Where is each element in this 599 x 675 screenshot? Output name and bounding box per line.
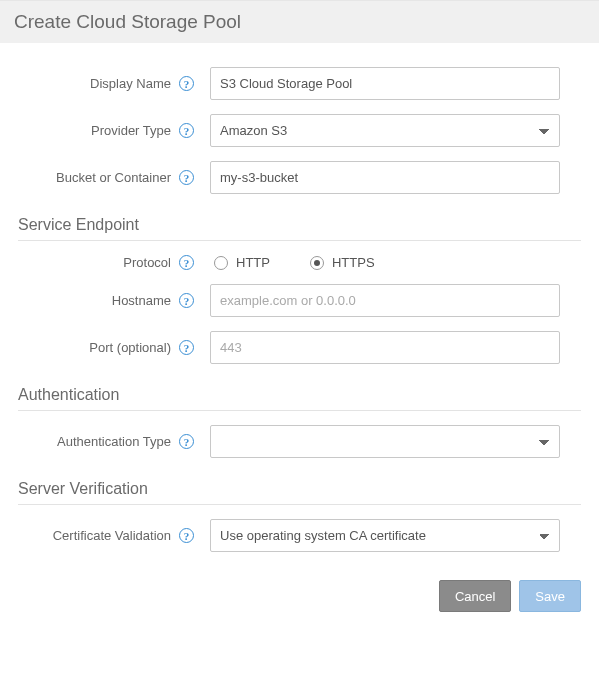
help-icon[interactable]: ? [179,293,194,308]
row-protocol: Protocol ? HTTP HTTPS [18,255,581,270]
save-button[interactable]: Save [519,580,581,612]
help-icon[interactable]: ? [179,123,194,138]
row-port: Port (optional) ? [18,331,581,364]
cert-validation-select[interactable]: Use operating system CA certificate [210,519,560,552]
radio-https-label: HTTPS [332,255,375,270]
label-bucket: Bucket or Container [56,170,171,185]
dialog-header: Create Cloud Storage Pool [0,0,599,43]
row-bucket: Bucket or Container ? [18,161,581,194]
form-area: Display Name ? Provider Type ? Amazon S3… [0,43,599,552]
help-icon[interactable]: ? [179,170,194,185]
help-icon[interactable]: ? [179,528,194,543]
help-icon[interactable]: ? [179,255,194,270]
label-protocol: Protocol [123,255,171,270]
row-cert-validation: Certificate Validation ? Use operating s… [18,519,581,552]
section-title-endpoint: Service Endpoint [18,216,581,234]
display-name-input[interactable] [210,67,560,100]
help-icon[interactable]: ? [179,434,194,449]
row-provider-type: Provider Type ? Amazon S3 [18,114,581,147]
help-icon[interactable]: ? [179,76,194,91]
cancel-button[interactable]: Cancel [439,580,511,612]
radio-icon [310,256,324,270]
row-hostname: Hostname ? [18,284,581,317]
section-title-verify: Server Verification [18,480,581,498]
label-provider-type: Provider Type [91,123,171,138]
label-cert-validation: Certificate Validation [53,528,171,543]
row-display-name: Display Name ? [18,67,581,100]
auth-type-select[interactable] [210,425,560,458]
provider-type-select[interactable]: Amazon S3 [210,114,560,147]
divider [18,504,581,505]
radio-http[interactable]: HTTP [214,255,270,270]
hostname-input[interactable] [210,284,560,317]
bucket-input[interactable] [210,161,560,194]
section-title-auth: Authentication [18,386,581,404]
label-display-name: Display Name [90,76,171,91]
divider [18,240,581,241]
row-auth-type: Authentication Type ? [18,425,581,458]
dialog-footer: Cancel Save [0,566,599,626]
port-input[interactable] [210,331,560,364]
radio-icon [214,256,228,270]
label-hostname: Hostname [112,293,171,308]
label-auth-type: Authentication Type [57,434,171,449]
label-port: Port (optional) [89,340,171,355]
radio-http-label: HTTP [236,255,270,270]
dialog-title: Create Cloud Storage Pool [14,11,241,32]
divider [18,410,581,411]
help-icon[interactable]: ? [179,340,194,355]
radio-https[interactable]: HTTPS [310,255,375,270]
